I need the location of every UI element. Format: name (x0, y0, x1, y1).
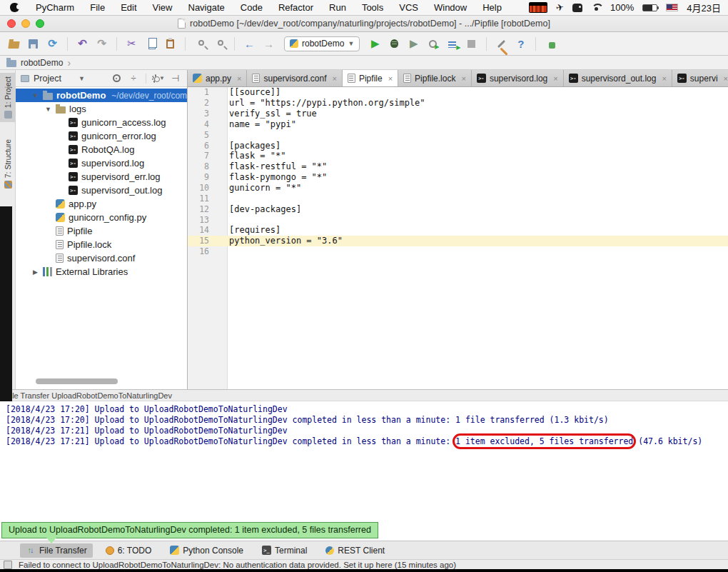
tree-row[interactable]: supervisord.log (16, 156, 187, 170)
profile-button[interactable] (425, 36, 441, 52)
close-window-button[interactable] (7, 19, 16, 28)
menubar-item[interactable]: Run (321, 2, 354, 13)
code-line[interactable]: 11 (188, 193, 728, 204)
tree-row[interactable]: gunicorn_error.log (16, 129, 187, 143)
redo-button[interactable] (93, 36, 110, 52)
toolwindow-tab[interactable]: File Transfer (20, 543, 93, 558)
menubar-item[interactable]: View (145, 2, 181, 13)
breadcrumb-item[interactable]: robotDemo (21, 58, 63, 68)
code-line[interactable]: 16 (188, 246, 728, 257)
tree-row[interactable]: Pipfile.lock (16, 238, 187, 251)
menubar-item[interactable]: PyCharm (28, 2, 82, 13)
zoom-window-button[interactable] (36, 19, 44, 28)
editor-tab[interactable]: supervisord.log × (472, 70, 564, 86)
tree-expand-icon[interactable] (31, 269, 39, 276)
code-line[interactable]: 9 flask-pymongo = "*" (188, 172, 728, 183)
menubar-item[interactable]: File (82, 2, 113, 13)
tree-row[interactable]: gunicorn_config.py (16, 211, 187, 224)
editor-tab[interactable]: Pipfile × (343, 70, 398, 86)
menubar-item[interactable]: VCS (391, 2, 426, 13)
code-editor[interactable]: 1 [[source]] 2 url = "https://pypi.pytho… (188, 87, 728, 389)
code-line[interactable]: 1 [[source]] (188, 87, 728, 98)
close-icon[interactable]: × (724, 74, 728, 83)
hide-panel-button[interactable]: ⊣ (169, 72, 182, 85)
undo-button[interactable] (74, 36, 91, 52)
navigate-forward-button[interactable] (261, 36, 277, 52)
menubar-item[interactable]: Code (233, 2, 271, 13)
menubar-item[interactable]: Help (475, 2, 510, 13)
tree-row[interactable]: gunicorn_access.log (16, 116, 187, 129)
navigate-back-button[interactable] (241, 36, 258, 52)
collapse-all-button[interactable]: ÷ (127, 72, 140, 85)
run-config-selector[interactable]: robotDemo ▼ (284, 36, 360, 51)
editor-tab[interactable]: supervisord.conf × (247, 70, 342, 86)
help-button[interactable] (512, 36, 529, 52)
close-icon[interactable]: × (333, 74, 337, 83)
panel-settings-button[interactable]: ▼ (152, 72, 165, 85)
tree-expand-icon[interactable] (44, 106, 52, 113)
toolwindow-tab[interactable]: 6: TODO (100, 543, 158, 558)
status-message[interactable]: Failed to connect to UploadRobotDemoToNa… (19, 561, 456, 569)
toolwindow-switcher-icon[interactable] (4, 561, 12, 569)
tree-row[interactable]: robotDemo ~/dev/dev_root/com (16, 89, 187, 102)
editor-tab[interactable]: Pipfile.lock × (398, 70, 472, 86)
tree-expand-icon[interactable] (31, 92, 39, 99)
close-icon[interactable]: × (553, 74, 557, 83)
code-line[interactable]: 14 [requires] (188, 225, 728, 236)
menubar-item[interactable]: Tools (354, 2, 391, 13)
run-button[interactable] (367, 36, 383, 52)
code-line[interactable]: 5 (188, 129, 728, 140)
close-icon[interactable]: × (388, 74, 393, 83)
find-button[interactable] (192, 36, 208, 52)
open-button[interactable] (6, 36, 22, 52)
run-with-coverage-button[interactable] (405, 36, 422, 52)
paste-button[interactable] (162, 36, 178, 52)
menubar-item[interactable]: Window (426, 2, 475, 13)
editor-tab[interactable]: supervi × (672, 70, 728, 86)
wifi-icon[interactable] (591, 4, 602, 11)
cpu-meter-icon[interactable] (529, 2, 547, 13)
tree-row[interactable]: supervisord_out.log (16, 184, 187, 197)
file-transfer-console[interactable]: [2018/4/23 17:20] Upload to UploadRobotD… (0, 401, 728, 541)
tree-row[interactable]: supervisord_err.log (16, 170, 187, 184)
stop-button[interactable] (463, 36, 480, 52)
find-usages-button[interactable] (211, 36, 228, 52)
menubar-item[interactable]: Edit (113, 2, 144, 13)
cut-button[interactable] (123, 36, 140, 52)
menubar-item[interactable]: Refactor (271, 2, 321, 13)
debug-button[interactable] (386, 36, 403, 52)
code-line[interactable]: 10 gunicorn = "*" (188, 183, 728, 194)
toolwindow-tab[interactable]: Terminal (256, 543, 313, 558)
editor-tab[interactable]: app.py × (188, 70, 247, 86)
battery-icon[interactable] (642, 4, 657, 11)
tree-row[interactable]: logs (16, 102, 187, 116)
close-icon[interactable]: × (237, 74, 241, 83)
evernote-icon[interactable] (572, 4, 582, 12)
toolwindow-tab[interactable]: REST Client (320, 543, 390, 558)
code-line[interactable]: 12 [dev-packages] (188, 204, 728, 214)
sync-button[interactable] (44, 36, 61, 52)
menubar-date[interactable]: 4月23日 (687, 1, 721, 14)
tree-row[interactable]: app.py (16, 197, 187, 211)
sidebar-item-structure[interactable]: 7: Structure (0, 136, 16, 192)
code-line[interactable]: 4 name = "pypi" (188, 119, 728, 130)
close-icon[interactable]: × (662, 74, 666, 83)
minimize-window-button[interactable] (21, 19, 30, 28)
editor-tab[interactable]: supervisord_out.log × (564, 70, 672, 86)
settings-button[interactable] (493, 36, 510, 52)
tree-row[interactable]: supervisord.conf (16, 251, 187, 265)
toolwindow-tab[interactable]: Python Console (164, 543, 249, 558)
code-line[interactable]: 3 verify_ssl = true (188, 109, 728, 119)
tree-row[interactable]: Pipfile (16, 224, 187, 238)
menubar-item[interactable]: Navigate (181, 2, 233, 13)
code-line[interactable]: 2 url = "https://pypi.python.org/simple" (188, 98, 728, 109)
chevron-down-icon[interactable]: ▼ (79, 75, 85, 82)
run-python-console-button[interactable] (444, 36, 460, 52)
save-button[interactable] (25, 36, 41, 52)
code-line[interactable]: 6 [packages] (188, 140, 728, 151)
code-line[interactable]: 7 flask = "*" (188, 151, 728, 161)
code-line[interactable]: 13 (188, 214, 728, 225)
tree-row[interactable]: RobotQA.log (16, 143, 187, 156)
paper-plane-icon[interactable]: ✈ (555, 1, 565, 14)
horizontal-scrollbar[interactable] (36, 378, 118, 384)
